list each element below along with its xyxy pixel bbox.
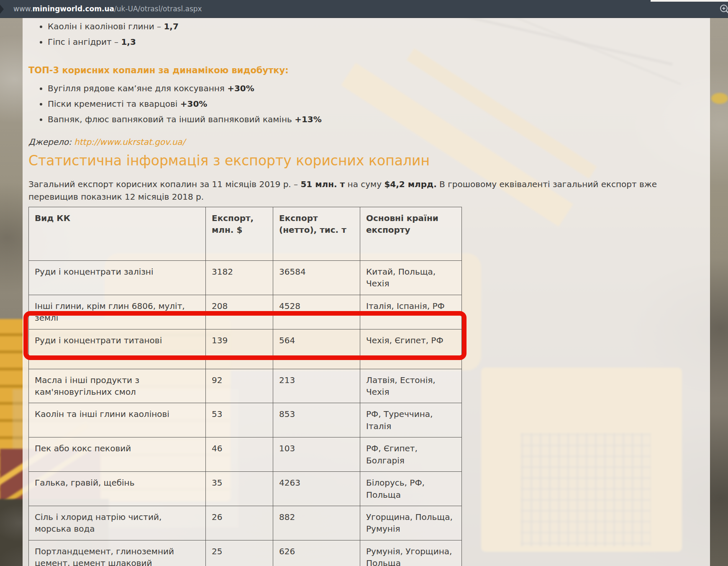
list-item-value: 1,3 — [121, 37, 136, 47]
source-line: Джерело: http://www.ukrstat.gov.ua/ — [28, 136, 702, 148]
column-header: Експорт (нетто), тис. т — [273, 207, 360, 261]
mineral-name: Руди і концентрати залізні — [29, 261, 206, 295]
section-title: Статистична інформація з експорту корисн… — [28, 152, 702, 170]
list-item: Вапняк, флюс вапняковий та інший вапняко… — [48, 113, 702, 126]
export-table-head: Вид ККЕкспорт, млн. $Експорт (нетто), ти… — [29, 207, 462, 261]
mineral-name: Портландцемент, глиноземний цемент, цеме… — [29, 540, 206, 566]
table-row-highlighted: Руди і концентрати титанові139564Чехія, … — [29, 329, 462, 369]
list-item: Каолін і каолінові глини – 1,7 — [48, 21, 702, 33]
mineral-name: Інші глини, крім глин 6806, муліт, землі — [29, 295, 206, 329]
top3-list: Вугілля рядове кам’яне для коксування +3… — [28, 82, 702, 126]
url-prefix: www. — [13, 5, 33, 13]
export-table-body: Руди і концентрати залізні318236584Китай… — [29, 261, 462, 566]
table-row: Масла і інші продукти з кам'яновугільних… — [29, 369, 462, 403]
export-musd: 46 — [206, 437, 273, 472]
export-net: 103 — [273, 437, 360, 472]
intro-bold: $4,2 млрд. — [384, 179, 436, 189]
page-content: Каолін і каолінові глини – 1,7 Гіпс і ан… — [23, 18, 710, 566]
source-link[interactable]: http://www.ukrstat.gov.ua/ — [74, 137, 185, 147]
table-row: Пек або кокс пековий46103РФ, Єгипет, Бол… — [29, 437, 462, 472]
export-countries: Чехія, Єгипет, РФ — [360, 329, 462, 369]
column-header: Експорт, млн. $ — [206, 207, 273, 261]
intro-paragraph: Загальний експорт корисних копалин за 11… — [28, 178, 702, 203]
list-item-value: 1,7 — [164, 21, 178, 31]
export-musd: 35 — [206, 472, 273, 506]
export-musd: 208 — [206, 295, 273, 329]
list-item-value: +13% — [295, 114, 322, 124]
export-countries: Білорусь, РФ, Польща — [360, 472, 462, 506]
list-item: Гіпс і ангідрит – 1,3 — [48, 36, 702, 48]
export-musd: 53 — [206, 403, 273, 437]
table-row: Сіль і хлорид натрію чистий, морська вод… — [29, 506, 462, 540]
mineral-name: Каолін та інші глини каолінові — [29, 403, 206, 437]
list-item: Піски кременисті та кварцові +30% — [48, 98, 702, 110]
export-net: 882 — [273, 506, 360, 540]
background-glint — [711, 93, 728, 104]
mineral-name: Сіль і хлорид натрію чистий, морська вод… — [29, 506, 206, 540]
export-net: 36584 — [273, 261, 360, 295]
export-musd: 3182 — [206, 261, 273, 295]
intro-text: Загальний експорт корисних копалин за 11… — [28, 179, 300, 189]
top-edge-artifact — [651, 0, 728, 2]
top3-heading: ТОП-3 корисних копалин за динамікою видо… — [28, 64, 702, 77]
export-net: 4263 — [273, 472, 360, 506]
table-row: Портландцемент, глиноземний цемент, цеме… — [29, 540, 462, 566]
url-text[interactable]: www.miningworld.com.ua/uk-UA/otrasl/otra… — [13, 5, 202, 13]
mineral-name: Масла і інші продукти з кам'яновугільних… — [29, 369, 206, 403]
list-item-text: Вапняк, флюс вапняковий та інший вапняко… — [48, 114, 295, 124]
export-musd: 92 — [206, 369, 273, 403]
list-item-text: Каолін і каолінові глини – — [48, 21, 164, 31]
list-item-text: Вугілля рядове кам’яне для коксування — [48, 83, 227, 93]
minerals-list: Каолін і каолінові глини – 1,7 Гіпс і ан… — [28, 21, 702, 48]
export-countries: Китай, Польща, Чехія — [360, 261, 462, 295]
export-net: 853 — [273, 403, 360, 437]
export-table-wrap: Вид ККЕкспорт, млн. $Експорт (нетто), ти… — [28, 207, 461, 566]
export-countries: Румунія, Угорщина, Польща — [360, 540, 462, 566]
source-label: Джерело: — [28, 137, 74, 147]
export-table: Вид ККЕкспорт, млн. $Експорт (нетто), ти… — [28, 207, 462, 566]
page: { "browser": { "url_prefix": "www.", "ur… — [0, 0, 728, 566]
export-net: 213 — [273, 369, 360, 403]
export-net: 564 — [273, 329, 360, 369]
column-header: Вид КК — [29, 207, 206, 261]
export-countries: Італія, Іспанія, РФ — [360, 295, 462, 329]
export-musd: 139 — [206, 329, 273, 369]
export-net: 626 — [273, 540, 360, 566]
intro-text: на суму — [345, 179, 384, 189]
browser-address-bar[interactable]: www.miningworld.com.ua/uk-UA/otrasl/otra… — [0, 0, 728, 18]
list-item-text: Піски кременисті та кварцові — [48, 99, 180, 109]
list-item-text: Гіпс і ангідрит – — [48, 37, 121, 47]
mineral-name: Руди і концентрати титанові — [29, 329, 206, 369]
export-countries: Латвія, Естонія, Чехія — [360, 369, 462, 403]
intro-text: В грошовому еквіваленті загальний експор… — [437, 179, 657, 189]
table-row: Галька, гравій, щебінь354263Білорусь, РФ… — [29, 472, 462, 506]
mineral-name: Пек або кокс пековий — [29, 437, 206, 472]
column-header: Основні країни експорту — [360, 207, 462, 261]
export-countries: Угорщина, Польща, Румунія — [360, 506, 462, 540]
table-row: Інші глини, крім глин 6806, муліт, землі… — [29, 295, 462, 329]
list-item-value: +30% — [227, 83, 254, 93]
table-row: Руди і концентрати залізні318236584Китай… — [29, 261, 462, 295]
export-countries: РФ, Єгипет, Болгарія — [360, 437, 462, 472]
intro-bold: 51 млн. т — [300, 179, 345, 189]
export-musd: 26 — [206, 506, 273, 540]
url-domain: miningworld.com.ua — [33, 5, 114, 13]
list-item-value: +30% — [180, 99, 208, 109]
export-countries: РФ, Туреччина, Італія — [360, 403, 462, 437]
export-musd: 25 — [206, 540, 273, 566]
export-net: 4528 — [273, 295, 360, 329]
partial-favicon-icon — [0, 5, 4, 14]
mineral-name: Галька, гравій, щебінь — [29, 472, 206, 506]
zoom-in-icon[interactable] — [718, 3, 728, 16]
intro-text: перевищив показник 12 місяців 2018 р. — [28, 192, 204, 202]
table-row: Каолін та інші глини каолінові53853РФ, Т… — [29, 403, 462, 437]
url-path: /uk-UA/otrasl/otrasl.aspx — [114, 5, 202, 13]
list-item: Вугілля рядове кам’яне для коксування +3… — [48, 82, 702, 95]
header-row: Вид ККЕкспорт, млн. $Експорт (нетто), ти… — [29, 207, 462, 261]
